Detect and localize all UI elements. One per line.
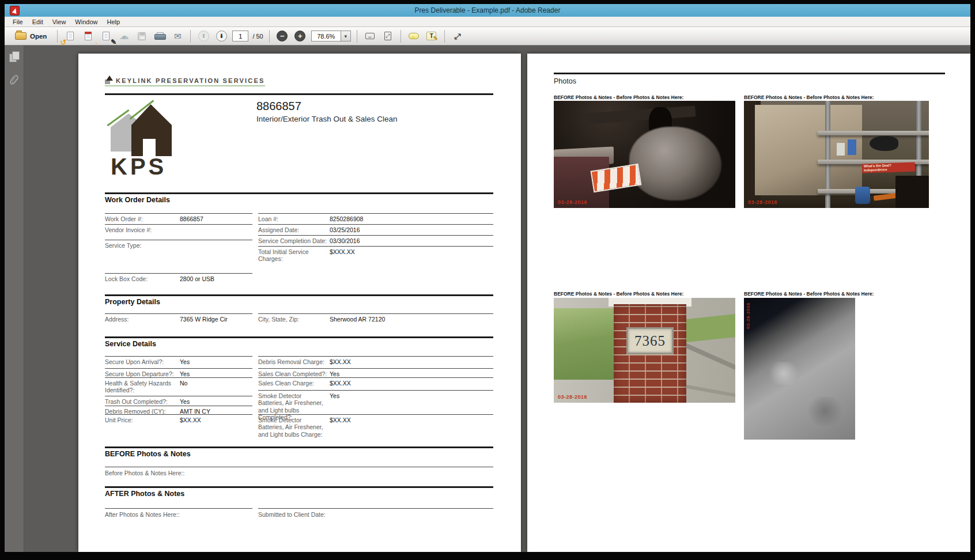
save-floppy-icon	[138, 32, 146, 40]
pdf-page-1: KEYLINK PRESERVATION SERVICES KPS 886685…	[78, 54, 521, 552]
section-heading-work-order: Work Order Details	[105, 196, 170, 204]
print-button[interactable]	[153, 29, 167, 43]
work-order-title: Interior/Exterior Trash Out & Sales Clea…	[256, 115, 398, 123]
work-order-number-heading: 8866857	[256, 100, 301, 113]
menu-item[interactable]: Window	[70, 18, 102, 26]
work-order-left-column: Work Order #: 8866857 Vendor Invoice #: …	[105, 213, 252, 287]
create-pdf-icon	[85, 32, 92, 40]
field-row: Smoke Detector Batteries, Air Freshener,…	[258, 414, 493, 440]
field-row: Service Completion Date: 03/30/2016	[258, 235, 493, 246]
field-value: 03/30/2016	[330, 237, 360, 246]
reading-mode-button[interactable]: ⤢	[451, 29, 464, 43]
field-value: Sherwood AR 72120	[330, 316, 385, 327]
page-down-icon: ⬇	[216, 31, 227, 41]
fit-width-icon: ↔	[365, 33, 375, 39]
company-name: KEYLINK PRESERVATION SERVICES	[116, 77, 265, 84]
zoom-level-value[interactable]: 78.6%	[311, 31, 341, 41]
field-label: Total Initial Service Charges:	[258, 248, 330, 278]
next-page-button[interactable]: ⬇	[214, 29, 228, 43]
window-title: Pres Deliverable - Example.pdf - Adobe R…	[5, 6, 970, 14]
page-thumbnails-icon[interactable]	[9, 51, 20, 62]
zoom-dropdown-button[interactable]: ▾	[341, 31, 351, 41]
toolbar-separator	[269, 30, 270, 43]
section-divider	[105, 486, 493, 488]
submitted-to-client-field: Submitted to Client Date:	[258, 508, 493, 518]
field-label: Debris Removal Charge:	[258, 358, 330, 368]
fill-sign-page-button[interactable]: ✎	[99, 29, 113, 43]
before-photo-garage-shelves: What's the Deal? Independence 03-28-2016	[744, 101, 929, 208]
field-label: Secure Upon Departure?:	[105, 370, 180, 377]
convert-pdf-icon	[67, 32, 74, 40]
zoom-out-icon: −	[277, 31, 288, 41]
photo-caption: BEFORE Photos & Notes - Before Photos & …	[554, 291, 732, 297]
field-row: Loan #: 8250286908	[258, 213, 493, 224]
field-row: Secure Upon Departure?: Yes	[105, 368, 252, 377]
field-row: Smoke Detector Batteries, Air Freshener,…	[258, 390, 493, 414]
field-row: Vendor Invoice #:	[105, 224, 252, 240]
pdf-page-2: Photos BEFORE Photos & Notes - Before Ph…	[527, 54, 970, 552]
send-file-button[interactable]: ☁ ↑	[117, 29, 131, 43]
field-label: Loan #:	[258, 215, 330, 224]
fit-width-button[interactable]: ↔	[363, 29, 377, 43]
printer-icon	[154, 32, 165, 40]
field-row: Secure Upon Arrival?: Yes	[105, 356, 252, 368]
field-value: Yes	[330, 392, 339, 414]
zoom-in-button[interactable]: +	[293, 29, 307, 43]
convert-pdf-button[interactable]: ↺	[63, 29, 77, 43]
envelope-icon: ✉	[174, 32, 182, 40]
navigation-pane	[5, 46, 24, 552]
field-row: Assigned Date: 03/25/2016	[258, 224, 493, 235]
toolbar-separator	[400, 30, 401, 43]
screenshot-frame: Pres Deliverable - Example.pdf - Adobe R…	[0, 0, 975, 560]
page-total-label: / 50	[252, 33, 263, 40]
toolbar: Open ↺ → ✎ ☁ ↑	[5, 27, 970, 46]
field-value: 8866857	[180, 215, 203, 224]
toolbar-separator	[357, 30, 357, 43]
house-number-plaque: 7365	[626, 327, 674, 354]
field-label: Vendor Invoice #:	[105, 226, 180, 240]
field-label: Service Type:	[105, 242, 180, 273]
field-label: Sales Clean Completed?:	[258, 370, 330, 377]
save-button[interactable]	[135, 29, 149, 43]
zoom-level-control: 78.6% ▾	[311, 31, 351, 41]
service-right-column: Debris Removal Charge: $XX.XX Sales Clea…	[258, 356, 493, 440]
field-label: Unit Price:	[105, 417, 180, 427]
adobe-reader-window: Pres Deliverable - Example.pdf - Adobe R…	[5, 4, 970, 552]
menu-item[interactable]: Help	[102, 18, 124, 26]
previous-page-button[interactable]: ⬆	[196, 29, 210, 43]
zoom-out-button[interactable]: −	[275, 29, 289, 43]
fit-page-button[interactable]: ⤢	[381, 29, 395, 43]
service-left-column: Secure Upon Arrival?: Yes Secure Upon De…	[105, 356, 252, 427]
sign-button[interactable]: T ✎	[425, 29, 439, 43]
section-heading-property: Property Details	[105, 298, 160, 306]
menu-item[interactable]: File	[8, 18, 28, 26]
section-heading-after: AFTER Photos & Notes	[105, 490, 184, 498]
field-row: Debris Removed (CY): AMT IN CY	[105, 406, 252, 414]
field-row: Total Initial Service Charges: $XXX.XX	[258, 246, 493, 278]
menu-item[interactable]: View	[48, 18, 71, 26]
page-number-input[interactable]	[232, 31, 248, 41]
toolbar-separator	[190, 30, 191, 43]
section-divider	[105, 192, 493, 194]
field-row: Unit Price: $XX.XX	[105, 414, 252, 427]
menu-item[interactable]: Edit	[28, 18, 48, 26]
sign-icon: T ✎	[426, 32, 436, 40]
sign-document-icon	[103, 32, 109, 40]
email-button[interactable]: ✉	[171, 29, 184, 43]
photo-timestamp: 03-28-2016	[746, 302, 751, 329]
create-pdf-button[interactable]: →	[81, 29, 95, 43]
open-button[interactable]: Open	[10, 29, 51, 43]
company-wordmark: KEYLINK PRESERVATION SERVICES	[105, 75, 265, 86]
field-row: Work Order #: 8866857	[105, 213, 252, 224]
field-label: Assigned Date:	[258, 226, 330, 235]
field-label: Work Order #:	[105, 215, 180, 224]
before-notes-field: Before Photos & Notes Here::	[105, 467, 493, 476]
attachments-paperclip-icon[interactable]	[9, 74, 20, 86]
menu-bar: File Edit View Window Help	[5, 17, 970, 27]
field-row: Service Type:	[105, 240, 252, 273]
comment-button[interactable]	[407, 29, 421, 43]
field-label: Smoke Detector Batteries, Air Freshener,…	[258, 392, 330, 414]
field-label: Trash Out Completed?:	[105, 398, 180, 406]
field-value: $XX.XX	[330, 358, 351, 368]
property-right-column: City, State, Zip: Sherwood AR 72120	[258, 313, 493, 327]
